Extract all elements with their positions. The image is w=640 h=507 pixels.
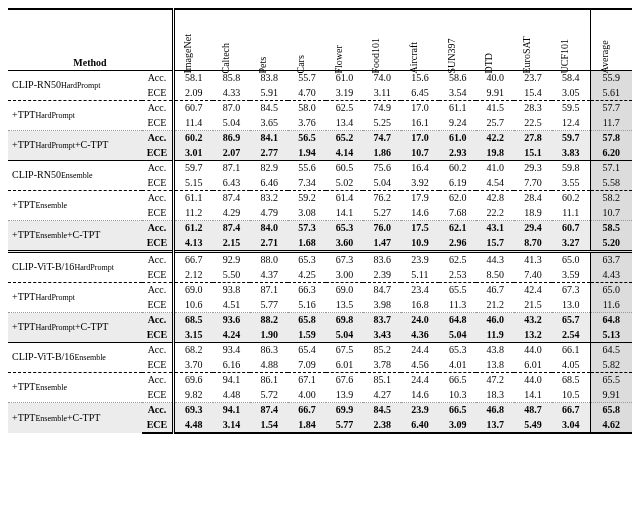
value-cell: 17.5: [401, 221, 439, 236]
metric-cell: ECE: [142, 146, 173, 161]
value-cell: 66.7: [288, 403, 326, 418]
value-cell: 2.38: [363, 418, 401, 434]
value-cell: 92.9: [213, 252, 251, 268]
value-cell: 6.40: [401, 418, 439, 434]
table-row: +TPTEnsembleAcc.61.187.483.259.261.476.2…: [8, 191, 632, 206]
value-cell: 76.2: [363, 191, 401, 206]
value-cell: 5.58: [590, 176, 632, 191]
value-cell: 42.2: [476, 131, 514, 146]
value-cell: 3.00: [326, 268, 364, 283]
value-cell: 83.7: [363, 313, 401, 328]
value-cell: 5.20: [590, 236, 632, 252]
value-cell: 5.91: [250, 86, 288, 101]
method-cell: +TPTHardPrompt+C-TPT: [8, 313, 142, 343]
col-dtd: DTD: [476, 9, 514, 71]
value-cell: 67.3: [326, 252, 364, 268]
value-cell: 1.59: [288, 328, 326, 343]
value-cell: 15.4: [514, 86, 552, 101]
value-cell: 1.94: [288, 146, 326, 161]
value-cell: 64.8: [590, 313, 632, 328]
value-cell: 27.8: [514, 131, 552, 146]
value-cell: 5.11: [401, 268, 439, 283]
value-cell: 59.8: [552, 161, 590, 176]
value-cell: 43.8: [476, 343, 514, 358]
value-cell: 10.5: [552, 388, 590, 403]
value-cell: 94.1: [213, 403, 251, 418]
value-cell: 13.4: [326, 116, 364, 131]
method-cell: +TPTHardPrompt: [8, 283, 142, 313]
value-cell: 66.5: [439, 403, 477, 418]
value-cell: 2.77: [250, 146, 288, 161]
value-cell: 13.9: [326, 388, 364, 403]
value-cell: 11.3: [439, 298, 477, 313]
value-cell: 28.3: [514, 101, 552, 116]
value-cell: 4.25: [288, 268, 326, 283]
value-cell: 44.0: [514, 343, 552, 358]
value-cell: 17.0: [401, 131, 439, 146]
value-cell: 9.82: [173, 388, 212, 403]
value-cell: 87.4: [213, 191, 251, 206]
value-cell: 65.5: [439, 283, 477, 298]
col-average: Average: [590, 9, 632, 71]
metric-cell: ECE: [142, 206, 173, 221]
metric-cell: Acc.: [142, 252, 173, 268]
value-cell: 60.2: [173, 131, 212, 146]
metric-cell: Acc.: [142, 313, 173, 328]
value-cell: 5.77: [250, 298, 288, 313]
value-cell: 63.7: [590, 252, 632, 268]
value-cell: 75.6: [363, 161, 401, 176]
value-cell: 6.46: [250, 176, 288, 191]
value-cell: 3.14: [213, 418, 251, 434]
value-cell: 21.5: [514, 298, 552, 313]
table-row: +TPTHardPrompt+C-TPTAcc.60.286.984.156.5…: [8, 131, 632, 146]
value-cell: 69.9: [326, 403, 364, 418]
value-cell: 2.39: [363, 268, 401, 283]
value-cell: 4.33: [213, 86, 251, 101]
value-cell: 5.50: [213, 268, 251, 283]
value-cell: 4.56: [401, 358, 439, 373]
value-cell: 28.4: [514, 191, 552, 206]
value-cell: 55.9: [590, 71, 632, 86]
metric-cell: Acc.: [142, 191, 173, 206]
metric-cell: ECE: [142, 298, 173, 313]
value-cell: 14.1: [514, 388, 552, 403]
value-cell: 3.05: [552, 86, 590, 101]
value-cell: 62.1: [439, 221, 477, 236]
method-cell: +TPTEnsemble+C-TPT: [8, 221, 142, 252]
metric-cell: Acc.: [142, 283, 173, 298]
table-row: +TPTHardPromptAcc.69.093.887.166.369.084…: [8, 283, 632, 298]
metric-cell: Acc.: [142, 101, 173, 116]
value-cell: 69.6: [173, 373, 212, 388]
method-cell: CLIP-ViT-B/16Ensemble: [8, 343, 142, 373]
value-cell: 14.1: [326, 206, 364, 221]
value-cell: 11.2: [173, 206, 212, 221]
value-cell: 5.61: [590, 86, 632, 101]
table-row: +TPTEnsemble+C-TPTAcc.69.394.187.466.769…: [8, 403, 632, 418]
value-cell: 10.3: [439, 388, 477, 403]
value-cell: 93.6: [213, 313, 251, 328]
value-cell: 86.3: [250, 343, 288, 358]
metric-cell: Acc.: [142, 161, 173, 176]
table-row: +TPTHardPromptAcc.60.787.084.558.062.574…: [8, 101, 632, 116]
col-ucf101: UCF101: [552, 9, 590, 71]
value-cell: 2.53: [439, 268, 477, 283]
value-cell: 65.2: [326, 131, 364, 146]
value-cell: 5.27: [363, 206, 401, 221]
value-cell: 87.0: [213, 101, 251, 116]
value-cell: 2.54: [552, 328, 590, 343]
value-cell: 86.9: [213, 131, 251, 146]
col-eurosat: EuroSAT: [514, 9, 552, 71]
value-cell: 3.70: [173, 358, 212, 373]
value-cell: 74.9: [363, 101, 401, 116]
header-row: Method ImageNet Caltech Pets Cars Flower…: [8, 9, 632, 71]
value-cell: 3.78: [363, 358, 401, 373]
value-cell: 17.0: [401, 101, 439, 116]
value-cell: 85.1: [363, 373, 401, 388]
value-cell: 12.4: [552, 116, 590, 131]
value-cell: 9.24: [439, 116, 477, 131]
method-cell: CLIP-RN50Ensemble: [8, 161, 142, 191]
value-cell: 57.1: [590, 161, 632, 176]
value-cell: 87.4: [213, 221, 251, 236]
value-cell: 46.8: [476, 403, 514, 418]
value-cell: 65.3: [326, 221, 364, 236]
